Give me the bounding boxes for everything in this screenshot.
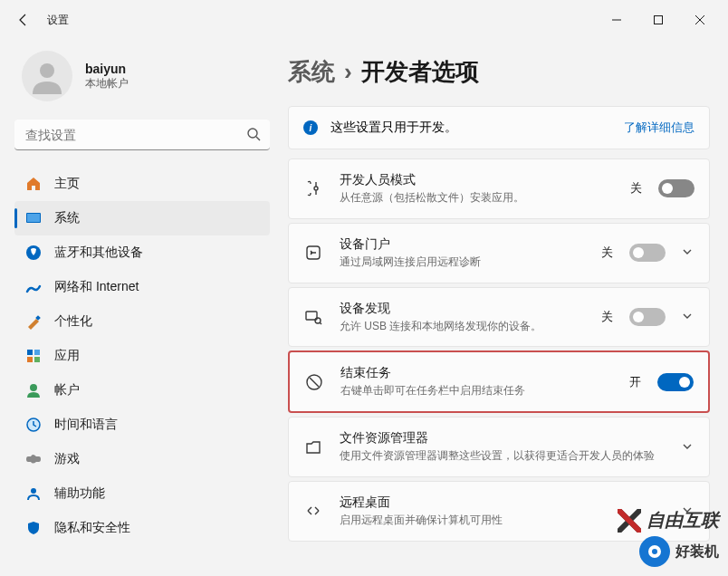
breadcrumb: 系统›开发者选项	[288, 56, 710, 88]
sidebar-item-0[interactable]: 主页	[14, 167, 270, 201]
setting-card-2[interactable]: 设备发现 允许 USB 连接和本地网络发现你的设备。 关	[288, 287, 710, 348]
svg-rect-11	[27, 357, 33, 362]
sidebar-item-3[interactable]: 网络和 Internet	[14, 270, 270, 304]
sidebar-item-2[interactable]: 蓝牙和其他设备	[14, 235, 270, 270]
setting-card-3[interactable]: 结束任务 右键单击即可在任务栏中启用结束任务 开	[288, 350, 710, 413]
card-subtitle: 允许 USB 连接和本地网络发现你的设备。	[340, 319, 585, 334]
card-title: 文件资源管理器	[340, 430, 666, 446]
card-title: 开发人员模式	[340, 172, 614, 188]
sidebar-item-7[interactable]: 时间和语言	[14, 408, 270, 442]
learn-more-link[interactable]: 了解详细信息	[624, 120, 694, 136]
user-account-type: 本地帐户	[85, 76, 129, 91]
setting-card-4[interactable]: 文件资源管理器 使用文件资源管理器调整这些设置，以获得更适合开发人员的体验	[288, 417, 710, 477]
svg-rect-9	[27, 350, 33, 355]
card-subtitle: 使用文件资源管理器调整这些设置，以获得更适合开发人员的体验	[340, 448, 666, 464]
setting-card-0[interactable]: 开发人员模式 从任意源（包括松散文件）安装应用。 关	[288, 158, 710, 219]
nav-label: 系统	[54, 210, 80, 226]
user-block[interactable]: baiyun 本地帐户	[14, 40, 270, 120]
card-state: 关	[601, 309, 613, 325]
setting-card-5[interactable]: 远程桌面 启用远程桌面并确保计算机可用性	[288, 481, 710, 542]
svg-rect-12	[34, 357, 40, 362]
card-subtitle: 从任意源（包括松散文件）安装应用。	[340, 190, 614, 206]
titlebar: 设置	[0, 0, 728, 40]
close-button[interactable]	[679, 5, 721, 34]
toggle-switch[interactable]	[657, 373, 694, 391]
search-icon	[246, 127, 261, 145]
nav-icon-1	[25, 210, 42, 226]
nav-icon-7	[25, 417, 42, 433]
breadcrumb-current: 开发者选项	[361, 58, 479, 85]
user-icon	[29, 58, 65, 94]
sidebar: baiyun 本地帐户 主页系统蓝牙和其他设备网络和 Internet个性化应用…	[0, 40, 281, 576]
toggle-switch[interactable]	[629, 244, 666, 262]
nav-icon-2	[25, 245, 42, 261]
toggle-switch[interactable]	[629, 308, 666, 326]
chevron-down-icon[interactable]	[682, 439, 694, 456]
svg-line-4	[256, 137, 260, 140]
svg-point-2	[40, 63, 54, 78]
back-button[interactable]	[7, 4, 40, 36]
nav-list: 主页系统蓝牙和其他设备网络和 Internet个性化应用帐户时间和语言游戏辅助功…	[14, 167, 270, 545]
card-icon	[303, 438, 323, 456]
nav-label: 辅助功能	[54, 485, 105, 502]
card-title: 设备发现	[340, 301, 585, 317]
card-subtitle: 启用远程桌面并确保计算机可用性	[340, 513, 666, 528]
sidebar-item-10[interactable]: 隐私和安全性	[14, 511, 270, 545]
sidebar-item-4[interactable]: 个性化	[14, 304, 270, 339]
svg-rect-1	[655, 16, 663, 24]
card-title: 设备门户	[340, 236, 585, 253]
card-state: 关	[601, 245, 613, 261]
search-wrap	[14, 120, 270, 150]
nav-label: 隐私和安全性	[54, 520, 130, 536]
nav-label: 游戏	[54, 451, 80, 467]
nav-icon-3	[25, 279, 42, 295]
info-text: 这些设置只用于开发。	[330, 120, 457, 136]
nav-label: 网络和 Internet	[54, 279, 139, 295]
sidebar-item-8[interactable]: 游戏	[14, 442, 270, 476]
sidebar-item-1[interactable]: 系统	[14, 201, 270, 235]
maximize-icon	[654, 15, 663, 24]
sidebar-item-5[interactable]: 应用	[14, 339, 270, 373]
nav-label: 蓝牙和其他设备	[54, 245, 143, 261]
card-icon	[303, 244, 323, 262]
nav-icon-10	[25, 520, 42, 536]
setting-card-1[interactable]: 设备门户 通过局域网连接启用远程诊断 关	[288, 223, 710, 283]
chevron-down-icon[interactable]	[682, 245, 694, 261]
card-icon	[303, 179, 323, 197]
breadcrumb-parent[interactable]: 系统	[288, 58, 335, 85]
nav-icon-5	[25, 348, 42, 364]
avatar	[22, 51, 72, 101]
card-subtitle: 通过局域网连接启用远程诊断	[340, 254, 585, 270]
nav-label: 应用	[54, 348, 80, 364]
breadcrumb-sep: ›	[344, 58, 352, 85]
minimize-button[interactable]	[596, 5, 637, 34]
card-subtitle: 右键单击即可在任务栏中启用结束任务	[340, 383, 613, 398]
arrow-left-icon	[16, 13, 31, 27]
sidebar-item-9[interactable]: 辅助功能	[14, 476, 270, 511]
svg-point-3	[248, 129, 257, 138]
content: 系统›开发者选项 i 这些设置只用于开发。 了解详细信息 开发人员模式 从任意源…	[281, 40, 728, 576]
svg-line-21	[310, 378, 319, 387]
card-state: 关	[630, 180, 642, 197]
sidebar-item-6[interactable]: 帐户	[14, 373, 270, 408]
card-icon	[303, 308, 323, 326]
card-icon	[303, 502, 323, 520]
toggle-switch[interactable]	[658, 179, 694, 197]
maximize-button[interactable]	[637, 5, 679, 34]
card-icon	[304, 373, 324, 391]
svg-point-15	[31, 488, 36, 494]
chevron-down-icon[interactable]	[682, 503, 694, 519]
search-input[interactable]	[14, 120, 270, 150]
close-icon	[695, 15, 704, 24]
svg-point-13	[30, 384, 37, 391]
svg-line-19	[320, 322, 321, 324]
chevron-down-icon[interactable]	[682, 309, 694, 325]
nav-icon-9	[25, 485, 42, 502]
nav-label: 个性化	[54, 313, 92, 330]
nav-icon-0	[25, 176, 42, 192]
window-controls	[596, 5, 721, 34]
nav-label: 主页	[54, 176, 80, 192]
info-banner: i 这些设置只用于开发。 了解详细信息	[288, 106, 710, 149]
window-title: 设置	[47, 13, 69, 28]
minimize-icon	[612, 15, 621, 24]
